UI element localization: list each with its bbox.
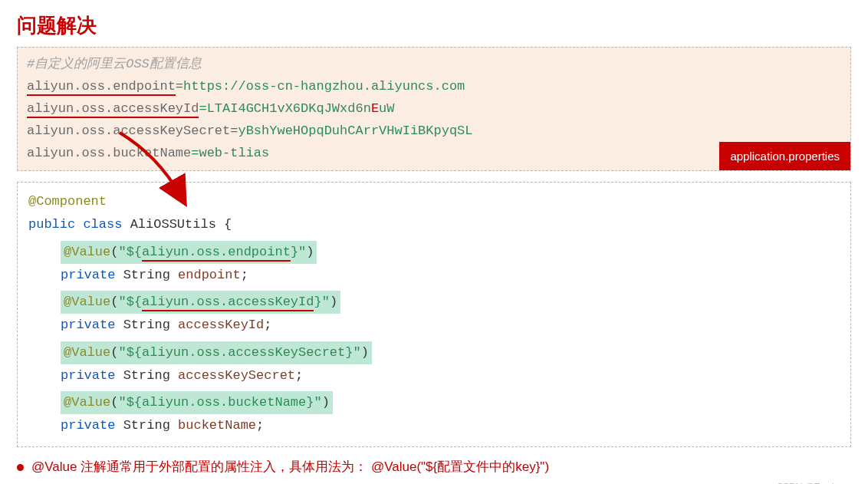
line-field-endpoint: private String endpoint; (28, 264, 840, 287)
line-value-endpoint: @Value("${aliyun.oss.endpoint}") (28, 241, 840, 264)
line-value-bucket: @Value("${aliyun.oss.bucketName}") (28, 391, 840, 414)
paren: ) (361, 345, 369, 360)
kw-private: private (61, 418, 115, 433)
explanation-bullet: @Value 注解通常用于外部配置的属性注入，具体用法为： @Value("${… (17, 458, 851, 476)
props-line-endpoint: aliyun.oss.endpoint=https://oss-cn-hangz… (27, 76, 841, 98)
quote: " (314, 395, 321, 410)
quote: " (118, 245, 126, 259)
dollar-close: } (291, 245, 298, 259)
props-val-ak-a: =LTAI4GCH1vX6DKqJWxd6n (199, 101, 370, 116)
quote: " (298, 245, 306, 259)
semicolon: ; (256, 418, 264, 433)
semicolon: ; (241, 268, 248, 282)
quote: " (353, 345, 360, 360)
kw-class: class (83, 217, 122, 232)
value-key-bucket: aliyun.oss.bucketName (142, 395, 306, 410)
quote: " (118, 345, 126, 360)
kw-private: private (61, 318, 115, 332)
annotation-value: @Value (64, 345, 110, 360)
quote: " (118, 395, 126, 410)
line-component: @Component (28, 190, 840, 213)
value-key-secret: aliyun.oss.accessKeySecret (142, 345, 345, 360)
annotation-value: @Value (64, 395, 110, 410)
quote: " (322, 295, 330, 309)
field-bucket: bucketName (178, 418, 256, 433)
type-string: String (123, 418, 170, 433)
field-secret: accessKeySecret (178, 368, 295, 383)
type-string: String (123, 318, 170, 332)
java-code-box: @Component public class AliOSSUtils { @V… (17, 182, 851, 447)
line-value-ak: @Value("${aliyun.oss.accessKeyId}") (28, 291, 840, 314)
props-key-ak: aliyun.oss.accessKeyId (27, 101, 199, 118)
dollar-open: ${ (127, 245, 142, 259)
annotation-value: @Value (64, 245, 110, 259)
paren: ( (110, 345, 118, 360)
props-line-accesskeyid: aliyun.oss.accessKeyId=LTAI4GCH1vX6DKqJW… (27, 98, 841, 120)
dollar-close: } (314, 295, 321, 309)
field-ak: accessKeyId (178, 318, 264, 332)
props-key-endpoint: aliyun.oss.endpoint (27, 79, 176, 96)
annotation-value: @Value (64, 295, 110, 309)
props-val-secret: =yBshYweHOpqDuhCArrVHwIiBKpyqSL (230, 123, 472, 138)
paren: ( (110, 395, 118, 410)
value-key-endpoint: aliyun.oss.endpoint (142, 245, 291, 262)
paren: ) (330, 295, 337, 309)
kw-private: private (61, 268, 115, 282)
props-val-bucket: =web-tlias (191, 146, 269, 160)
dollar-close: } (345, 345, 353, 360)
dollar-close: } (306, 395, 314, 410)
line-classdecl: public class AliOSSUtils { (28, 213, 840, 236)
line-field-ak: private String accessKeyId; (28, 314, 840, 337)
brace-open: { (224, 217, 232, 232)
field-endpoint: endpoint (178, 268, 241, 282)
dollar-open: ${ (127, 395, 142, 410)
props-comment: #自定义的阿里云OSS配置信息 (27, 54, 841, 76)
text-cursor: E (371, 101, 379, 116)
class-name: AliOSSUtils (130, 217, 216, 232)
props-val-endpoint: =https://oss-cn-hangzhou.aliyuncs.com (176, 79, 465, 94)
semicolon: ; (295, 368, 303, 383)
type-string: String (123, 268, 170, 282)
filename-badge: application.properties (719, 142, 850, 171)
type-string: String (123, 368, 170, 383)
props-key-bucket: aliyun.oss.bucketName (27, 146, 191, 160)
explanation-text: @Value 注解通常用于外部配置的属性注入，具体用法为： @Value("${… (31, 459, 549, 474)
line-field-secret: private String accessKeySecret; (28, 364, 840, 387)
line-value-secret: @Value("${aliyun.oss.accessKeySecret}") (28, 341, 840, 364)
line-field-bucket: private String bucketName; (28, 414, 840, 437)
paren: ) (322, 395, 330, 410)
props-line-secret: aliyun.oss.accessKeySecret=yBshYweHOpqDu… (27, 120, 841, 143)
properties-code-box: #自定义的阿里云OSS配置信息 aliyun.oss.endpoint=http… (17, 47, 851, 171)
quote: " (118, 295, 126, 309)
annotation-component: @Component (28, 194, 107, 209)
paren: ( (110, 245, 118, 259)
semicolon: ; (264, 318, 271, 332)
dollar-open: ${ (127, 295, 142, 309)
page-title: 问题解决 (17, 12, 851, 39)
props-val-ak-c: uW (379, 101, 394, 116)
kw-private: private (61, 368, 115, 383)
dollar-open: ${ (127, 345, 142, 360)
props-key-secret: aliyun.oss.accessKeySecret (27, 123, 230, 138)
paren: ) (306, 245, 314, 259)
value-key-ak: aliyun.oss.accessKeyId (142, 295, 314, 311)
bullet-icon (17, 464, 24, 471)
kw-public: public (28, 217, 75, 232)
paren: ( (110, 295, 118, 309)
